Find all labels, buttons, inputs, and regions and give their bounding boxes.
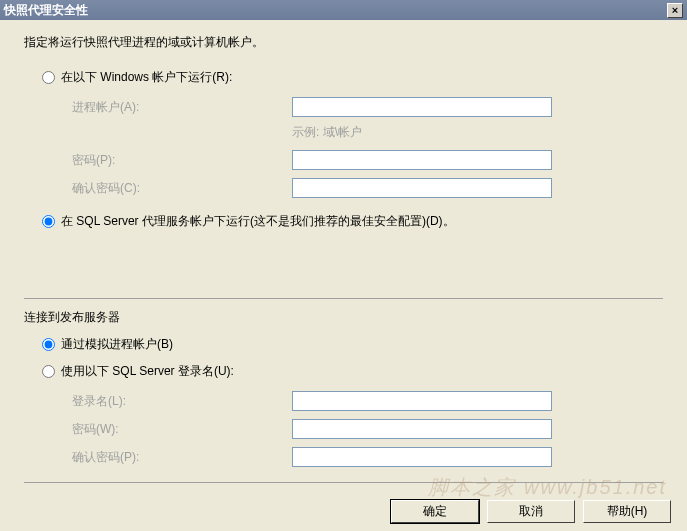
connect-password-label: 密码(W): [72, 421, 292, 438]
cancel-button[interactable]: 取消 [487, 500, 575, 523]
dialog-content: 指定将运行快照代理进程的域或计算机帐户。 在以下 Windows 帐户下运行(R… [0, 20, 687, 501]
runas-sqlagent-label[interactable]: 在 SQL Server 代理服务帐户下运行(这不是我们推荐的最佳安全配置)(D… [61, 213, 455, 230]
process-account-input [292, 97, 552, 117]
help-button[interactable]: 帮助(H) [583, 500, 671, 523]
button-bar: 确定 取消 帮助(H) [391, 500, 671, 523]
connect-section-title: 连接到发布服务器 [24, 309, 663, 326]
runas-sqlagent-radio[interactable] [42, 215, 55, 228]
runas-windows-label[interactable]: 在以下 Windows 帐户下运行(R): [61, 69, 232, 86]
login-label: 登录名(L): [72, 393, 292, 410]
connect-impersonate-label[interactable]: 通过模拟进程帐户(B) [61, 336, 173, 353]
title-bar: 快照代理安全性 × [0, 0, 687, 20]
connect-sqllogin-radio[interactable] [42, 365, 55, 378]
runas-confirm-password-label: 确认密码(C): [72, 180, 292, 197]
ok-button[interactable]: 确定 [391, 500, 479, 523]
runas-confirm-password-input [292, 178, 552, 198]
runas-password-label: 密码(P): [72, 152, 292, 169]
connect-confirm-password-label: 确认密码(P): [72, 449, 292, 466]
example-hint: 示例: 域\帐户 [292, 124, 362, 141]
footer-separator [24, 482, 663, 483]
runas-windows-radio[interactable] [42, 71, 55, 84]
instruction-text: 指定将运行快照代理进程的域或计算机帐户。 [24, 34, 663, 51]
connect-impersonate-radio[interactable] [42, 338, 55, 351]
window-title: 快照代理安全性 [4, 0, 88, 20]
connect-confirm-password-input [292, 447, 552, 467]
process-account-label: 进程帐户(A): [72, 99, 292, 116]
connect-password-input [292, 419, 552, 439]
connect-sqllogin-label[interactable]: 使用以下 SQL Server 登录名(U): [61, 363, 234, 380]
separator [24, 298, 663, 299]
close-icon[interactable]: × [667, 3, 683, 18]
login-input [292, 391, 552, 411]
runas-password-input [292, 150, 552, 170]
